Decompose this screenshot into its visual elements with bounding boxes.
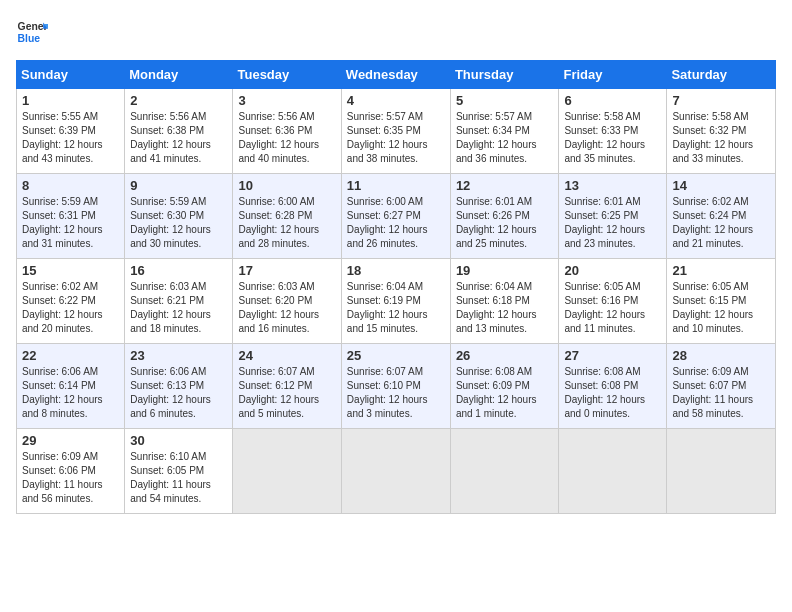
weekday-header-sunday: Sunday bbox=[17, 61, 125, 89]
calendar-cell: 13Sunrise: 6:01 AM Sunset: 6:25 PM Dayli… bbox=[559, 174, 667, 259]
day-info: Sunrise: 5:57 AM Sunset: 6:35 PM Dayligh… bbox=[347, 110, 445, 166]
calendar-cell: 20Sunrise: 6:05 AM Sunset: 6:16 PM Dayli… bbox=[559, 259, 667, 344]
day-number: 25 bbox=[347, 348, 445, 363]
calendar-cell: 18Sunrise: 6:04 AM Sunset: 6:19 PM Dayli… bbox=[341, 259, 450, 344]
calendar-cell: 21Sunrise: 6:05 AM Sunset: 6:15 PM Dayli… bbox=[667, 259, 776, 344]
day-number: 28 bbox=[672, 348, 770, 363]
day-info: Sunrise: 6:08 AM Sunset: 6:08 PM Dayligh… bbox=[564, 365, 661, 421]
calendar-cell bbox=[450, 429, 559, 514]
day-number: 26 bbox=[456, 348, 554, 363]
day-number: 4 bbox=[347, 93, 445, 108]
weekday-header-wednesday: Wednesday bbox=[341, 61, 450, 89]
calendar-cell: 29Sunrise: 6:09 AM Sunset: 6:06 PM Dayli… bbox=[17, 429, 125, 514]
day-info: Sunrise: 6:06 AM Sunset: 6:14 PM Dayligh… bbox=[22, 365, 119, 421]
day-number: 23 bbox=[130, 348, 227, 363]
day-info: Sunrise: 5:59 AM Sunset: 6:31 PM Dayligh… bbox=[22, 195, 119, 251]
day-info: Sunrise: 6:10 AM Sunset: 6:05 PM Dayligh… bbox=[130, 450, 227, 506]
day-number: 3 bbox=[238, 93, 335, 108]
day-number: 12 bbox=[456, 178, 554, 193]
calendar-cell bbox=[667, 429, 776, 514]
page-header: General Blue bbox=[16, 16, 776, 48]
weekday-header-friday: Friday bbox=[559, 61, 667, 89]
day-number: 5 bbox=[456, 93, 554, 108]
svg-text:Blue: Blue bbox=[18, 33, 41, 44]
day-info: Sunrise: 6:09 AM Sunset: 6:06 PM Dayligh… bbox=[22, 450, 119, 506]
day-number: 18 bbox=[347, 263, 445, 278]
weekday-header-tuesday: Tuesday bbox=[233, 61, 341, 89]
day-info: Sunrise: 6:01 AM Sunset: 6:25 PM Dayligh… bbox=[564, 195, 661, 251]
calendar-cell bbox=[341, 429, 450, 514]
calendar-cell: 22Sunrise: 6:06 AM Sunset: 6:14 PM Dayli… bbox=[17, 344, 125, 429]
day-info: Sunrise: 6:07 AM Sunset: 6:10 PM Dayligh… bbox=[347, 365, 445, 421]
day-number: 7 bbox=[672, 93, 770, 108]
day-info: Sunrise: 5:59 AM Sunset: 6:30 PM Dayligh… bbox=[130, 195, 227, 251]
day-info: Sunrise: 5:58 AM Sunset: 6:32 PM Dayligh… bbox=[672, 110, 770, 166]
day-info: Sunrise: 5:55 AM Sunset: 6:39 PM Dayligh… bbox=[22, 110, 119, 166]
day-info: Sunrise: 6:08 AM Sunset: 6:09 PM Dayligh… bbox=[456, 365, 554, 421]
logo-icon: General Blue bbox=[16, 16, 48, 48]
calendar-cell: 4Sunrise: 5:57 AM Sunset: 6:35 PM Daylig… bbox=[341, 89, 450, 174]
calendar-cell: 14Sunrise: 6:02 AM Sunset: 6:24 PM Dayli… bbox=[667, 174, 776, 259]
week-row-4: 22Sunrise: 6:06 AM Sunset: 6:14 PM Dayli… bbox=[17, 344, 776, 429]
day-info: Sunrise: 6:00 AM Sunset: 6:28 PM Dayligh… bbox=[238, 195, 335, 251]
weekday-header-monday: Monday bbox=[125, 61, 233, 89]
calendar-cell: 10Sunrise: 6:00 AM Sunset: 6:28 PM Dayli… bbox=[233, 174, 341, 259]
calendar-table: SundayMondayTuesdayWednesdayThursdayFrid… bbox=[16, 60, 776, 514]
calendar-cell: 16Sunrise: 6:03 AM Sunset: 6:21 PM Dayli… bbox=[125, 259, 233, 344]
day-info: Sunrise: 5:56 AM Sunset: 6:36 PM Dayligh… bbox=[238, 110, 335, 166]
day-info: Sunrise: 6:03 AM Sunset: 6:20 PM Dayligh… bbox=[238, 280, 335, 336]
day-number: 11 bbox=[347, 178, 445, 193]
calendar-cell: 24Sunrise: 6:07 AM Sunset: 6:12 PM Dayli… bbox=[233, 344, 341, 429]
week-row-1: 1Sunrise: 5:55 AM Sunset: 6:39 PM Daylig… bbox=[17, 89, 776, 174]
day-info: Sunrise: 6:07 AM Sunset: 6:12 PM Dayligh… bbox=[238, 365, 335, 421]
calendar-cell: 3Sunrise: 5:56 AM Sunset: 6:36 PM Daylig… bbox=[233, 89, 341, 174]
day-number: 10 bbox=[238, 178, 335, 193]
calendar-cell: 5Sunrise: 5:57 AM Sunset: 6:34 PM Daylig… bbox=[450, 89, 559, 174]
weekday-header-row: SundayMondayTuesdayWednesdayThursdayFrid… bbox=[17, 61, 776, 89]
day-info: Sunrise: 6:05 AM Sunset: 6:16 PM Dayligh… bbox=[564, 280, 661, 336]
day-number: 24 bbox=[238, 348, 335, 363]
day-info: Sunrise: 6:03 AM Sunset: 6:21 PM Dayligh… bbox=[130, 280, 227, 336]
day-info: Sunrise: 5:58 AM Sunset: 6:33 PM Dayligh… bbox=[564, 110, 661, 166]
day-number: 29 bbox=[22, 433, 119, 448]
calendar-cell: 30Sunrise: 6:10 AM Sunset: 6:05 PM Dayli… bbox=[125, 429, 233, 514]
day-info: Sunrise: 6:00 AM Sunset: 6:27 PM Dayligh… bbox=[347, 195, 445, 251]
calendar-cell: 7Sunrise: 5:58 AM Sunset: 6:32 PM Daylig… bbox=[667, 89, 776, 174]
day-info: Sunrise: 5:56 AM Sunset: 6:38 PM Dayligh… bbox=[130, 110, 227, 166]
day-info: Sunrise: 6:09 AM Sunset: 6:07 PM Dayligh… bbox=[672, 365, 770, 421]
logo: General Blue bbox=[16, 16, 48, 48]
day-info: Sunrise: 6:02 AM Sunset: 6:22 PM Dayligh… bbox=[22, 280, 119, 336]
calendar-cell: 26Sunrise: 6:08 AM Sunset: 6:09 PM Dayli… bbox=[450, 344, 559, 429]
day-info: Sunrise: 6:06 AM Sunset: 6:13 PM Dayligh… bbox=[130, 365, 227, 421]
calendar-cell: 6Sunrise: 5:58 AM Sunset: 6:33 PM Daylig… bbox=[559, 89, 667, 174]
calendar-cell bbox=[233, 429, 341, 514]
day-number: 1 bbox=[22, 93, 119, 108]
day-info: Sunrise: 6:02 AM Sunset: 6:24 PM Dayligh… bbox=[672, 195, 770, 251]
day-number: 21 bbox=[672, 263, 770, 278]
calendar-cell: 12Sunrise: 6:01 AM Sunset: 6:26 PM Dayli… bbox=[450, 174, 559, 259]
day-info: Sunrise: 6:04 AM Sunset: 6:18 PM Dayligh… bbox=[456, 280, 554, 336]
day-number: 22 bbox=[22, 348, 119, 363]
day-number: 30 bbox=[130, 433, 227, 448]
day-number: 27 bbox=[564, 348, 661, 363]
calendar-cell: 28Sunrise: 6:09 AM Sunset: 6:07 PM Dayli… bbox=[667, 344, 776, 429]
weekday-header-thursday: Thursday bbox=[450, 61, 559, 89]
calendar-cell: 2Sunrise: 5:56 AM Sunset: 6:38 PM Daylig… bbox=[125, 89, 233, 174]
day-number: 15 bbox=[22, 263, 119, 278]
calendar-cell: 8Sunrise: 5:59 AM Sunset: 6:31 PM Daylig… bbox=[17, 174, 125, 259]
week-row-2: 8Sunrise: 5:59 AM Sunset: 6:31 PM Daylig… bbox=[17, 174, 776, 259]
calendar-cell: 1Sunrise: 5:55 AM Sunset: 6:39 PM Daylig… bbox=[17, 89, 125, 174]
day-number: 17 bbox=[238, 263, 335, 278]
calendar-cell: 25Sunrise: 6:07 AM Sunset: 6:10 PM Dayli… bbox=[341, 344, 450, 429]
week-row-5: 29Sunrise: 6:09 AM Sunset: 6:06 PM Dayli… bbox=[17, 429, 776, 514]
day-number: 13 bbox=[564, 178, 661, 193]
calendar-cell: 23Sunrise: 6:06 AM Sunset: 6:13 PM Dayli… bbox=[125, 344, 233, 429]
day-number: 8 bbox=[22, 178, 119, 193]
calendar-cell: 9Sunrise: 5:59 AM Sunset: 6:30 PM Daylig… bbox=[125, 174, 233, 259]
calendar-cell: 19Sunrise: 6:04 AM Sunset: 6:18 PM Dayli… bbox=[450, 259, 559, 344]
day-number: 19 bbox=[456, 263, 554, 278]
day-number: 6 bbox=[564, 93, 661, 108]
day-number: 20 bbox=[564, 263, 661, 278]
weekday-header-saturday: Saturday bbox=[667, 61, 776, 89]
calendar-cell bbox=[559, 429, 667, 514]
